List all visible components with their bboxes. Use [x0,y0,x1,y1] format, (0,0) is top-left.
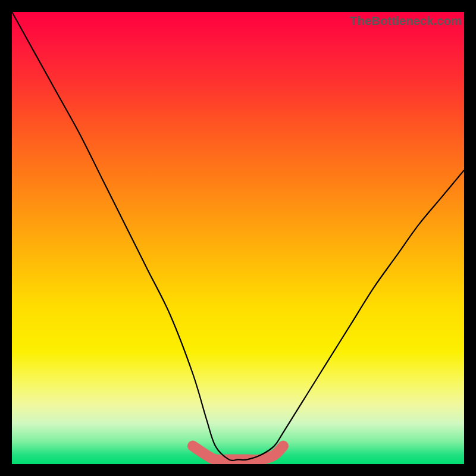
highlight-band [193,446,283,460]
curve-layer [12,12,464,464]
bottleneck-curve [12,12,464,461]
chart-frame: TheBottleneck.com [0,0,476,476]
plot-area: TheBottleneck.com [12,12,464,464]
